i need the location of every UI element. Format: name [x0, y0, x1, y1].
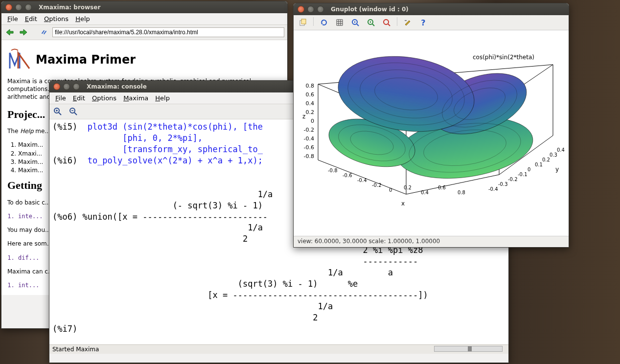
menu-file[interactable]: File — [52, 93, 69, 103]
minimize-icon[interactable] — [307, 6, 314, 13]
menu-file[interactable]: File — [4, 14, 21, 23]
z-label: z — [302, 113, 305, 120]
svg-text:-0.6: -0.6 — [304, 144, 314, 151]
zoom-out-icon[interactable] — [68, 106, 79, 117]
close-icon[interactable] — [298, 6, 304, 13]
svg-text:-0.8: -0.8 — [328, 168, 338, 173]
svg-point-13 — [384, 20, 389, 24]
help-icon[interactable]: ? — [418, 17, 429, 28]
svg-line-1 — [59, 113, 61, 115]
svg-text:0.2: 0.2 — [542, 157, 550, 162]
settings-icon[interactable] — [402, 17, 413, 28]
close-icon[interactable] — [5, 4, 12, 11]
svg-text:-0.2: -0.2 — [372, 182, 382, 188]
minimize-icon[interactable] — [63, 83, 70, 90]
svg-text:0.4: 0.4 — [306, 100, 315, 107]
svg-text:0: 0 — [528, 167, 530, 172]
grid-icon[interactable] — [334, 17, 345, 28]
svg-line-12 — [372, 24, 374, 26]
console-statusbar: Started Maxima — [49, 344, 508, 354]
scroll-indicator[interactable] — [434, 346, 503, 352]
menu-edit[interactable]: Edit — [70, 93, 88, 103]
url-input[interactable] — [52, 27, 284, 37]
back-icon[interactable] — [4, 27, 15, 38]
svg-text:0.1: 0.1 — [535, 162, 543, 167]
svg-text:-0.4: -0.4 — [357, 178, 367, 183]
browser-titlebar[interactable]: Xmaxima: browser — [1, 1, 287, 13]
maximize-icon[interactable] — [73, 83, 80, 90]
zoom-in-icon[interactable] — [52, 106, 63, 117]
svg-text:-0.2: -0.2 — [508, 177, 518, 182]
svg-text:0.2: 0.2 — [404, 185, 412, 190]
svg-text:0: 0 — [389, 187, 392, 193]
svg-text:0.6: 0.6 — [438, 185, 446, 190]
gnuplot-titlebar[interactable]: Gnuplot (window id : 0) — [294, 3, 569, 15]
svg-text:-0.1: -0.1 — [518, 172, 528, 177]
plot-canvas[interactable]: cos(phi)*sin(2*theta) 0.80.6 0.40.2 0-0.… — [294, 30, 569, 236]
svg-text:0: 0 — [311, 118, 314, 124]
link-icon[interactable] — [39, 27, 49, 38]
menu-edit[interactable]: Edit — [22, 14, 40, 23]
refresh-icon[interactable] — [319, 17, 329, 28]
svg-text:0.8: 0.8 — [458, 190, 465, 195]
svg-rect-8 — [301, 19, 306, 24]
svg-text:-0.8: -0.8 — [304, 153, 314, 159]
svg-text:-0.4: -0.4 — [488, 186, 498, 192]
zoom-next-icon[interactable] — [366, 17, 376, 28]
maximize-icon[interactable] — [317, 6, 324, 13]
gnuplot-toolbar: ? — [294, 15, 569, 30]
gnuplot-statusbar: view: 60.0000, 30.0000 scale: 1.00000, 1… — [294, 236, 569, 246]
maximize-icon[interactable] — [25, 4, 32, 11]
svg-line-14 — [388, 24, 390, 26]
menu-help[interactable]: Help — [72, 14, 93, 23]
gnuplot-title: Gnuplot (window id : 0) — [331, 6, 409, 13]
svg-line-10 — [357, 24, 359, 26]
svg-text:0.4: 0.4 — [557, 147, 565, 153]
browser-title: Xmaxima: browser — [39, 4, 100, 11]
menu-options[interactable]: Options — [89, 93, 119, 103]
gnuplot-window: Gnuplot (window id : 0) ? cos(phi)*sin(2… — [293, 3, 569, 248]
minimize-icon[interactable] — [15, 4, 22, 11]
browser-toolbar — [1, 25, 287, 40]
copy-icon[interactable] — [298, 17, 308, 28]
svg-text:-0.6: -0.6 — [343, 173, 352, 178]
menu-maxima[interactable]: Maxima — [120, 93, 151, 103]
svg-text:0.8: 0.8 — [306, 83, 315, 89]
svg-rect-15 — [405, 20, 407, 21]
svg-text:0.2: 0.2 — [306, 109, 315, 115]
svg-text:0.4: 0.4 — [421, 190, 429, 195]
svg-line-5 — [74, 113, 77, 115]
forward-icon[interactable] — [18, 27, 29, 38]
svg-text:-0.3: -0.3 — [498, 182, 508, 187]
console-title: Xmaxima: console — [87, 83, 147, 90]
menu-help[interactable]: Help — [152, 93, 173, 103]
svg-text:-0.4: -0.4 — [304, 136, 314, 142]
maxima-logo-icon — [7, 48, 32, 71]
page-title: Maxima Primer — [7, 48, 281, 71]
svg-text:-0.2: -0.2 — [304, 127, 314, 133]
svg-text:0.6: 0.6 — [306, 91, 315, 98]
autoscale-icon[interactable] — [381, 17, 392, 28]
x-label: x — [401, 200, 405, 207]
svg-text:0.3: 0.3 — [550, 152, 557, 158]
y-label: y — [555, 166, 559, 173]
menu-options[interactable]: Options — [41, 14, 71, 23]
zoom-prev-icon[interactable] — [350, 17, 361, 28]
close-icon[interactable] — [53, 83, 60, 90]
plot3d-surface: 0.80.6 0.40.2 0-0.2 -0.4-0.6 -0.8 z -0.8… — [294, 30, 569, 235]
browser-menubar: File Edit Options Help — [1, 13, 287, 25]
status-text: Started Maxima — [52, 346, 99, 353]
